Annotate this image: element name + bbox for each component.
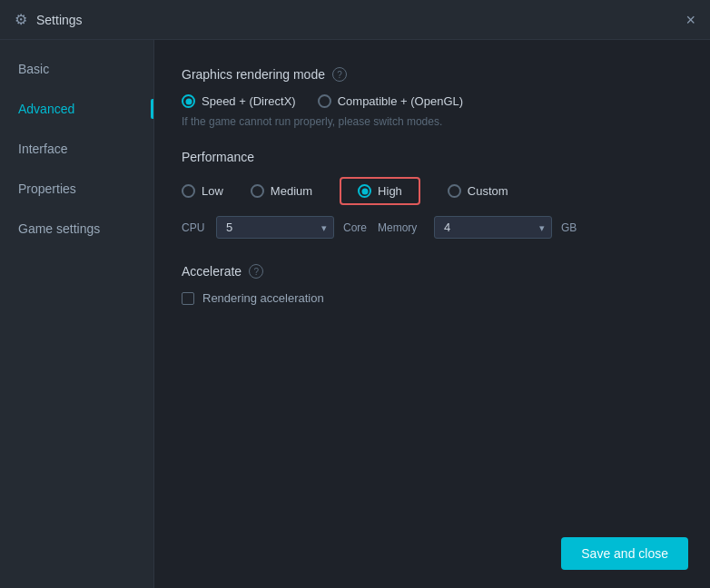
sidebar-item-basic[interactable]: Basic xyxy=(0,49,153,89)
custom-radio[interactable] xyxy=(448,184,461,198)
resource-row: CPU 5 4 6 8 Core Memory 4 2 6 xyxy=(182,216,683,239)
cpu-label: CPU xyxy=(182,221,207,234)
memory-select[interactable]: 4 2 6 8 xyxy=(434,216,552,239)
high-label: High xyxy=(378,184,402,198)
cpu-select-wrapper: 5 4 6 8 xyxy=(216,216,334,239)
accelerate-section-title: Accelerate ? xyxy=(182,264,683,279)
accelerate-section: Accelerate ? Rendering acceleration xyxy=(182,264,683,305)
sidebar-item-properties[interactable]: Properties xyxy=(0,169,153,209)
graphics-help-icon[interactable]: ? xyxy=(332,67,347,82)
compatible-label: Compatible + (OpenGL) xyxy=(338,94,463,108)
performance-section: Performance Low Medium High xyxy=(182,150,683,239)
settings-icon: ⚙ xyxy=(15,11,27,28)
medium-option[interactable]: Medium xyxy=(251,184,312,198)
close-button[interactable]: × xyxy=(685,12,695,28)
core-label: Core xyxy=(343,221,369,234)
sidebar-item-label: Advanced xyxy=(18,102,74,116)
speed-label: Speed + (DirectX) xyxy=(202,94,296,108)
memory-label: Memory xyxy=(378,221,425,234)
compatible-radio[interactable] xyxy=(318,94,331,108)
graphics-title-text: Graphics rendering mode xyxy=(182,67,325,82)
low-radio[interactable] xyxy=(182,184,195,198)
title-bar-left: ⚙ Settings xyxy=(15,11,83,28)
window-title: Settings xyxy=(36,13,83,27)
memory-select-wrapper: 4 2 6 8 xyxy=(434,216,552,239)
sidebar-item-interface[interactable]: Interface xyxy=(0,129,153,169)
low-option[interactable]: Low xyxy=(182,184,223,198)
cpu-select[interactable]: 5 4 6 8 xyxy=(216,216,334,239)
graphics-section-title: Graphics rendering mode ? xyxy=(182,67,683,82)
rendering-checkbox[interactable] xyxy=(182,292,194,305)
performance-radio-row: Low Medium High Custom xyxy=(182,177,683,205)
medium-radio[interactable] xyxy=(251,184,264,198)
sidebar-item-label: Basic xyxy=(18,62,49,76)
low-label: Low xyxy=(202,184,223,198)
speed-option[interactable]: Speed + (DirectX) xyxy=(182,94,296,108)
save-close-button[interactable]: Save and close xyxy=(561,537,688,570)
accelerate-help-icon[interactable]: ? xyxy=(249,264,263,279)
title-bar: ⚙ Settings × xyxy=(0,0,710,40)
rendering-label: Rendering acceleration xyxy=(202,291,324,305)
graphics-hint: If the game cannot run properly, please … xyxy=(182,115,683,128)
medium-label: Medium xyxy=(271,184,312,198)
main-layout: Basic Advanced Interface Properties Game… xyxy=(0,40,710,588)
sidebar-item-label: Properties xyxy=(18,181,76,196)
rendering-row: Rendering acceleration xyxy=(182,291,683,305)
main-content: Graphics rendering mode ? Speed + (Direc… xyxy=(154,40,710,588)
performance-title: Performance xyxy=(182,150,683,164)
sidebar-item-label: Interface xyxy=(18,142,67,156)
compatible-option[interactable]: Compatible + (OpenGL) xyxy=(318,94,463,108)
graphics-radio-group: Speed + (DirectX) Compatible + (OpenGL) xyxy=(182,94,683,108)
high-option[interactable]: High xyxy=(358,184,402,198)
speed-radio[interactable] xyxy=(182,94,195,108)
gb-label: GB xyxy=(561,221,577,234)
sidebar-item-advanced[interactable]: Advanced xyxy=(0,89,153,129)
custom-label: Custom xyxy=(468,184,508,198)
custom-option[interactable]: Custom xyxy=(448,184,508,198)
footer: Save and close xyxy=(561,537,688,570)
graphics-section: Graphics rendering mode ? Speed + (Direc… xyxy=(182,67,683,128)
high-radio[interactable] xyxy=(358,184,371,198)
accelerate-title-text: Accelerate xyxy=(182,264,242,279)
sidebar-item-game-settings[interactable]: Game settings xyxy=(0,209,153,249)
sidebar-item-label: Game settings xyxy=(18,221,100,236)
high-option-box: High xyxy=(340,177,420,205)
sidebar: Basic Advanced Interface Properties Game… xyxy=(0,40,154,588)
